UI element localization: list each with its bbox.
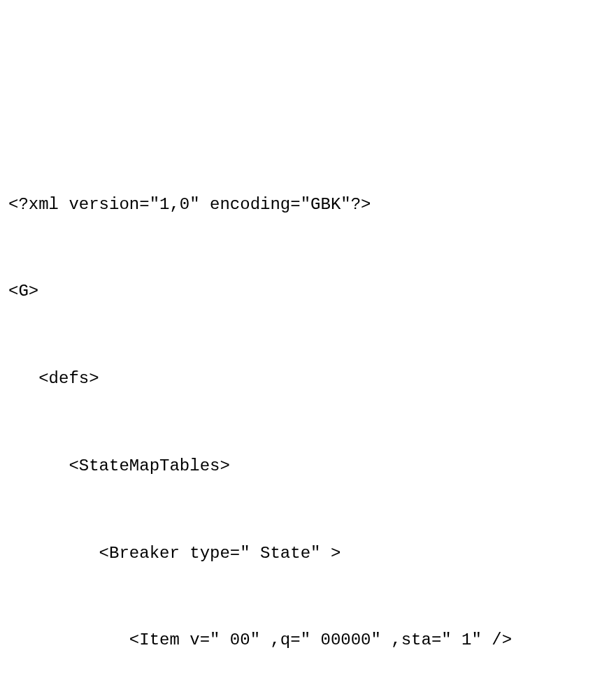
code-line: <Item v=" 00" ,q=" 00000" ,sta=" 1" /> bbox=[8, 619, 608, 662]
code-line: <Breaker type=" State" > bbox=[8, 532, 608, 575]
code-line: <?xml version="1,0" encoding="GBK"?> bbox=[8, 183, 608, 226]
code-line: <G> bbox=[8, 270, 608, 313]
code-line: <defs> bbox=[8, 357, 608, 401]
code-line: <StateMapTables> bbox=[8, 445, 608, 488]
